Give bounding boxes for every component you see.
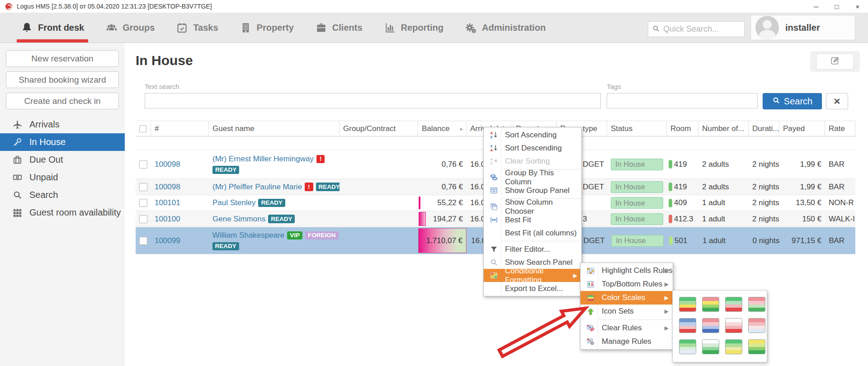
select-all-checkbox[interactable]: [139, 125, 146, 132]
row-checkbox[interactable]: [139, 183, 147, 191]
new-reservation-button[interactable]: New reservation: [6, 50, 119, 67]
row-checkbox-cell: [136, 179, 151, 195]
highlight-cells-icon: [583, 267, 598, 275]
row-checkbox[interactable]: [139, 215, 147, 223]
group-contract-cell: [340, 211, 418, 227]
menu-item-group-by-this-column[interactable]: Group By This Column: [484, 171, 581, 184]
submenu-item-color-scales[interactable]: Color Scales▶: [580, 291, 673, 305]
column-header-guest-name[interactable]: Guest name: [209, 121, 340, 136]
rate-cell: BAR: [825, 150, 855, 178]
column-header-room[interactable]: Room: [667, 121, 698, 136]
sidebar-item-unpaid[interactable]: Unpaid: [0, 169, 125, 186]
nav-item-clients[interactable]: Clients: [315, 13, 363, 42]
color-scale-swatch[interactable]: [679, 339, 696, 354]
color-scale-swatch[interactable]: [679, 297, 696, 312]
nav-item-reporting[interactable]: Reporting: [384, 13, 443, 42]
guest-name-link[interactable]: William Shakespeare: [212, 231, 285, 240]
payed-cell: 13,50 €: [779, 195, 825, 211]
edit-button[interactable]: [816, 53, 854, 70]
duration-cell: 2 nights: [749, 195, 779, 211]
row-checkbox[interactable]: [139, 237, 147, 245]
submenu-item-manage-rules[interactable]: Manage Rules: [580, 335, 673, 348]
menu-item-show-group-panel[interactable]: Show Group Panel: [484, 184, 581, 197]
row-checkbox[interactable]: [139, 160, 147, 169]
ready-badge: READY: [258, 199, 285, 207]
menu-item-show-column-chooser[interactable]: Show Column Chooser: [484, 200, 581, 213]
color-scale-swatch[interactable]: [702, 318, 719, 333]
color-scale-swatch[interactable]: [725, 318, 742, 333]
balance-cell: 0,76 €: [418, 150, 467, 178]
guest-name-cell: William ShakespeareVIPFOREIGNREADY: [209, 227, 339, 254]
create-and-check-in-button[interactable]: Create and check in: [6, 93, 119, 109]
clear-search-button[interactable]: ✕: [826, 93, 848, 109]
color-scale-swatch[interactable]: [725, 339, 742, 354]
submenu-item-highlight-cells-rules[interactable]: Highlight Cells Rules▶: [580, 264, 673, 277]
duration-cell: 2 nights: [749, 211, 779, 227]
search-icon: [772, 96, 780, 107]
guest-name-link[interactable]: Paul Stenley: [212, 198, 255, 207]
color-scale-swatch[interactable]: [702, 297, 719, 312]
menu-item-sort-descending[interactable]: ZASort Descending: [484, 141, 581, 155]
nav-item-groups[interactable]: Groups: [105, 13, 155, 42]
payed-cell: 150 €: [779, 211, 825, 227]
column-header-payed[interactable]: Payed: [779, 121, 825, 136]
reservation-number: 100101: [151, 195, 209, 211]
manage-rules-icon: [583, 338, 598, 346]
nav-item-administration[interactable]: Administration: [465, 13, 546, 42]
column-header-balance[interactable]: Balance▲: [418, 121, 467, 136]
menu-item-export-to-excel[interactable]: Export to Excel...: [484, 282, 581, 295]
status-cell: In House: [607, 211, 667, 227]
column-header-select[interactable]: [136, 121, 151, 136]
column-header-[interactable]: #: [151, 121, 209, 136]
page-title: In House: [136, 53, 193, 68]
color-scale-swatch[interactable]: [679, 318, 696, 333]
sidebar-item-search[interactable]: Search: [0, 186, 125, 204]
color-scale-swatch[interactable]: [748, 318, 765, 333]
main-navbar: Front deskGroupsTasksPropertyClientsRepo…: [0, 13, 868, 43]
guest-name-link[interactable]: (Mr) Pfeiffer Pauline Marie: [212, 183, 302, 192]
nav-item-front-desk[interactable]: Front desk: [21, 13, 84, 42]
search-icon: [652, 24, 660, 34]
menu-item-sort-ascending[interactable]: AZSort Ascending: [484, 128, 581, 141]
sort-desc-icon: ZA: [486, 144, 501, 152]
sidebar-item-arrivals[interactable]: Arrivals: [0, 116, 125, 133]
close-button[interactable]: ×: [847, 0, 868, 13]
sidebar-item-due-out[interactable]: Due Out: [0, 151, 125, 169]
balance-cell: 194,27 €: [418, 211, 467, 227]
group-contract-cell: [340, 195, 418, 211]
menu-item-conditional-formatting[interactable]: Conditional Formatting▶: [484, 269, 581, 282]
column-header-group-contract[interactable]: Group/Contract: [340, 121, 418, 136]
sidebar-item-guest-room-availability[interactable]: Guest room availability: [0, 204, 125, 221]
column-header-number-of[interactable]: Number of...: [698, 121, 749, 136]
color-scale-swatch[interactable]: [748, 339, 765, 354]
guest-name-cell: Paul StenleyREADY: [209, 195, 340, 211]
user-panel[interactable]: installer: [750, 15, 855, 40]
nav-item-tasks[interactable]: Tasks: [176, 13, 218, 42]
shared-booking-wizard-button[interactable]: Shared booking wizard: [6, 71, 119, 88]
column-header-status[interactable]: Status: [607, 121, 667, 136]
column-header-rate[interactable]: Rate: [825, 121, 855, 136]
row-checkbox[interactable]: [139, 199, 147, 207]
guest-name-link[interactable]: Gene Simmons: [212, 215, 265, 224]
grid-icon: [12, 207, 23, 218]
sidebar-item-in-house[interactable]: In House: [0, 133, 125, 151]
column-header-durati[interactable]: Durati...: [749, 121, 779, 136]
submenu-item-top-bottom-rules[interactable]: Top/Bottom Rules▶: [580, 277, 673, 291]
maximize-button[interactable]: □: [826, 0, 847, 13]
guest-name-link[interactable]: (Mr) Ernest Miller Hemingway: [212, 155, 314, 164]
minimize-button[interactable]: ─: [806, 0, 826, 13]
color-scale-swatch[interactable]: [748, 297, 765, 312]
nav-item-property[interactable]: Property: [240, 13, 294, 42]
tags-input[interactable]: [607, 93, 758, 108]
color-scale-swatch[interactable]: [702, 339, 719, 354]
quick-search[interactable]: [648, 21, 745, 37]
submenu-item-clear-rules[interactable]: Clear Rules▶: [580, 321, 673, 335]
search-button[interactable]: Search: [763, 93, 822, 109]
text-search-input[interactable]: [145, 93, 601, 108]
avatar: [755, 16, 779, 39]
menu-item-filter-editor[interactable]: Filter Editor...: [484, 243, 581, 256]
menu-item-best-fit[interactable]: Best Fit: [484, 213, 581, 226]
color-scale-swatch[interactable]: [725, 297, 742, 312]
submenu-item-icon-sets[interactable]: Icon Sets▶: [580, 305, 673, 318]
menu-item-best-fit-all-columns[interactable]: Best Fit (all columns): [484, 226, 581, 239]
